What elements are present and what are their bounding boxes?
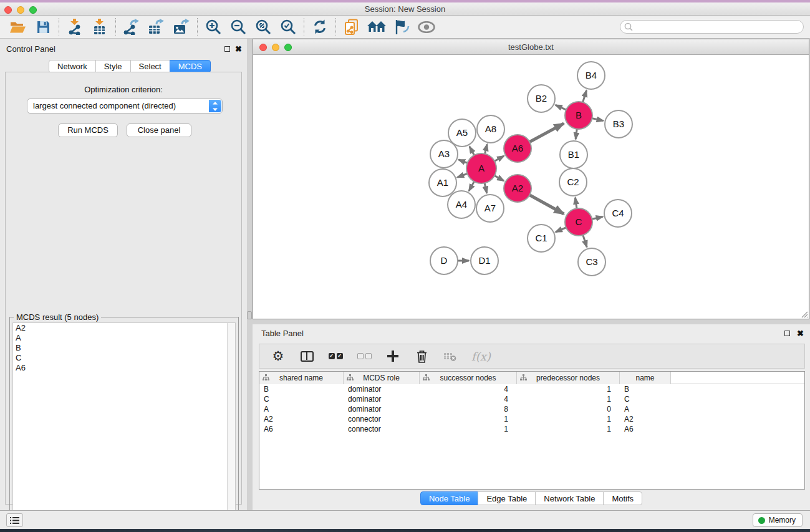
delete-column-trash-icon[interactable]	[414, 347, 429, 365]
clone-network-icon[interactable]	[341, 17, 362, 36]
table-cell: 1	[420, 424, 517, 434]
memory-status-dot	[758, 517, 765, 524]
mcds-result-item[interactable]: A2	[13, 323, 235, 333]
zoom-in-icon[interactable]	[203, 17, 224, 36]
zoom-fit-icon[interactable]	[253, 17, 274, 36]
zoom-selected-icon[interactable]	[277, 17, 299, 36]
table-cell: A2	[620, 414, 671, 424]
tab-network[interactable]: Network	[49, 60, 96, 73]
search-input[interactable]	[620, 20, 804, 34]
column-header-name[interactable]: name	[620, 372, 671, 384]
main-toolbar	[0, 16, 810, 39]
function-builder-icon[interactable]: f(x)	[471, 347, 491, 365]
table-cell: dominator	[344, 384, 420, 394]
table-header-row: shared nameMCDS rolesuccessor nodesprede…	[259, 372, 804, 384]
graph-node-label-A3: A3	[438, 148, 450, 159]
status-bar: Memory	[0, 510, 810, 529]
graph-node-label-C3: C3	[586, 256, 597, 267]
desktop-bottom-strip	[0, 529, 810, 532]
vertical-splitter-handle[interactable]	[247, 311, 252, 319]
table-cell: 0	[517, 404, 620, 414]
table-cell: A	[620, 404, 671, 414]
tab-edge-table[interactable]: Edge Table	[478, 491, 536, 505]
table-row[interactable]: A6connector11A6	[259, 424, 804, 434]
import-table-icon[interactable]	[89, 17, 110, 36]
export-table-icon[interactable]	[146, 17, 167, 36]
table-toolbar: ⚙ ✓✓ f(x)	[259, 344, 805, 369]
optimization-criterion-dropdown[interactable]: largest connected component (directed)	[27, 99, 223, 114]
select-all-checkboxes-icon[interactable]: ✓✓	[328, 347, 343, 365]
table-row[interactable]: A2connector11A2	[259, 414, 804, 424]
tab-select[interactable]: Select	[130, 60, 170, 73]
resize-grip-icon[interactable]	[799, 309, 808, 318]
close-panel-icon[interactable]: ✖	[235, 46, 242, 52]
delete-table-icon[interactable]	[443, 347, 458, 365]
export-image-icon[interactable]	[171, 17, 192, 36]
graph-node-label-B3: B3	[613, 118, 624, 129]
toolbar-separator	[115, 18, 116, 36]
export-network-icon[interactable]	[121, 17, 142, 36]
table-cell: 8	[420, 404, 517, 414]
hide-selected-icon[interactable]	[391, 17, 412, 36]
refresh-icon[interactable]	[309, 17, 330, 36]
close-table-panel-icon[interactable]: ✖	[797, 330, 804, 337]
tab-node-table[interactable]: Node Table	[420, 491, 479, 505]
table-row[interactable]: Bdominator41B	[259, 384, 804, 394]
table-body: Bdominator41BCdominator41CAdominator80AA…	[259, 384, 804, 434]
table-panel-title: Table Panel	[261, 329, 304, 338]
task-history-button[interactable]	[6, 513, 23, 527]
mcds-result-item[interactable]: B	[13, 343, 235, 353]
toolbar-separator	[59, 18, 59, 36]
close-panel-button[interactable]: Close panel	[127, 123, 191, 137]
mcds-result-list: A2ABCA6	[12, 322, 236, 526]
deselect-all-checkboxes-icon[interactable]	[357, 347, 372, 365]
column-header-shared-name[interactable]: shared name	[259, 372, 344, 384]
home-view-icon[interactable]	[366, 17, 387, 36]
table-panel: Table Panel ✖ ⚙ ✓✓ f(x) shared name	[253, 324, 810, 510]
table-cell: C	[620, 394, 671, 404]
table-cell: A	[259, 404, 344, 414]
float-table-panel-icon[interactable]	[784, 331, 790, 336]
add-column-icon[interactable]	[385, 347, 400, 365]
mcds-result-item[interactable]: A6	[13, 363, 235, 373]
mcds-result-item[interactable]: C	[13, 353, 235, 363]
graph-node-label-C4: C4	[612, 208, 624, 218]
search-icon	[624, 22, 633, 31]
mcds-result-item[interactable]: A	[13, 333, 235, 343]
table-row[interactable]: Adominator80A	[259, 404, 804, 414]
table-options-gear-icon[interactable]: ⚙	[271, 347, 286, 365]
graph-node-label-B4: B4	[586, 70, 597, 80]
show-all-eye-icon[interactable]	[416, 17, 437, 36]
graph-node-label-C1: C1	[535, 233, 547, 243]
table-cell: connector	[344, 424, 420, 434]
memory-button[interactable]: Memory	[753, 513, 803, 527]
save-session-icon[interactable]	[32, 17, 54, 36]
mcds-list-scrollbar[interactable]	[227, 323, 235, 525]
float-panel-icon[interactable]	[224, 46, 230, 52]
table-row[interactable]: Cdominator41C	[259, 394, 804, 404]
table-cell: 1	[420, 414, 517, 424]
table-cell: A6	[259, 424, 344, 434]
run-mcds-button[interactable]: Run MCDS	[58, 123, 118, 137]
column-header-successor-nodes[interactable]: successor nodes	[420, 372, 517, 384]
show-column-icon[interactable]	[299, 347, 314, 365]
tab-network-table[interactable]: Network Table	[535, 491, 604, 505]
graph-node-label-A7: A7	[485, 203, 496, 213]
open-folder-icon[interactable]	[7, 17, 29, 36]
tab-mcds[interactable]: MCDS	[170, 60, 211, 73]
dropdown-stepper-icon	[209, 100, 221, 112]
column-header-predecessor-nodes[interactable]: predecessor nodes	[517, 372, 620, 384]
tab-style[interactable]: Style	[95, 60, 131, 73]
column-header-mcds-role[interactable]: MCDS role	[344, 372, 420, 384]
table-cell: 4	[420, 394, 517, 404]
network-canvas[interactable]: B4B2BB3A5A8A6A3AB1A1A2C2A4A7C4CC1C3DD1	[253, 56, 809, 319]
zoom-out-icon[interactable]	[228, 17, 249, 36]
control-panel-title: Control Panel	[6, 44, 55, 54]
toolbar-separator	[304, 18, 304, 36]
mcds-tab-content: Optimization criterion: largest connecte…	[5, 72, 242, 505]
import-network-icon[interactable]	[64, 17, 85, 36]
graph-node-label-A: A	[478, 163, 485, 173]
tab-motifs[interactable]: Motifs	[603, 491, 642, 505]
graph-node-label-A2: A2	[512, 183, 523, 193]
mcds-result-group: MCDS result (5 nodes) A2ABCA6	[9, 317, 239, 529]
